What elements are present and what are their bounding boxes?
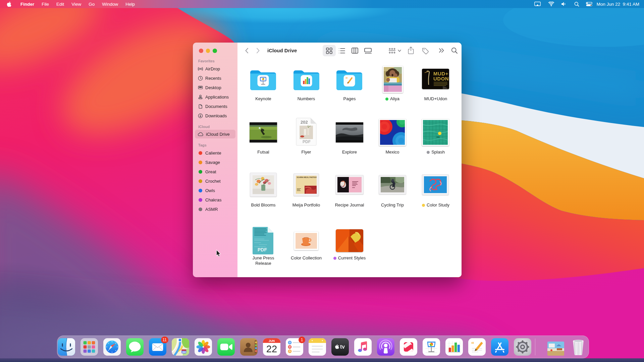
svg-text:PDF: PDF <box>303 139 311 144</box>
svg-text:JUN: JUN <box>269 339 275 343</box>
svg-text:tv: tv <box>340 344 345 350</box>
svg-text:PDF: PDF <box>258 247 267 252</box>
svg-text:“: “ <box>471 341 474 347</box>
svg-text:202: 202 <box>301 120 308 125</box>
svg-text:280: 280 <box>182 351 186 353</box>
svg-text:EGARNA MEIJA, PHOTOGRAPHY: EGARNA MEIJA, PHOTOGRAPHY <box>297 177 317 178</box>
svg-text:22: 22 <box>266 344 277 354</box>
svg-text:“: “ <box>345 76 348 81</box>
svg-text:UDON: UDON <box>433 76 449 81</box>
